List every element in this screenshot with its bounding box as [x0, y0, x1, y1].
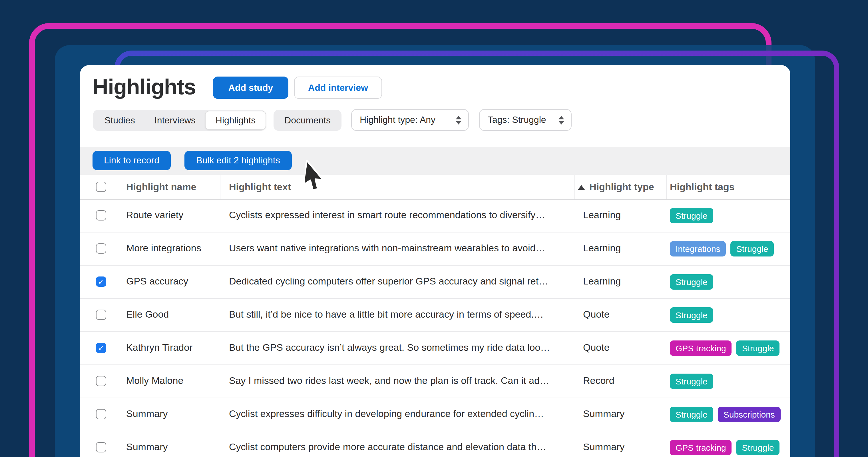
highlight-name: Kathryn Tirador — [126, 332, 192, 364]
tags-filter-label: Tags: Struggle — [488, 115, 546, 125]
bulk-actions-bar: Link to record Bulk edit 2 highlights — [80, 147, 790, 175]
page-title: Highlights — [93, 74, 196, 99]
tab-studies[interactable]: Studies — [95, 112, 145, 129]
highlight-type: Learning — [583, 200, 621, 231]
column-header-type[interactable]: Highlight type — [578, 175, 654, 200]
highlight-type-filter[interactable]: Highlight type: Any — [351, 109, 469, 131]
tab-interviews[interactable]: Interviews — [145, 112, 205, 129]
highlights-panel: Highlights Add study Add interview Studi… — [80, 65, 790, 457]
tag-gps-tracking[interactable]: GPS tracking — [670, 340, 732, 356]
tag-struggle[interactable]: Struggle — [670, 208, 713, 223]
highlight-type: Summary — [583, 398, 624, 430]
row-checkbox[interactable]: ✓ — [96, 243, 106, 254]
highlight-text: Dedicated cycling computers offer superi… — [229, 266, 569, 298]
tag-gps-tracking[interactable]: GPS tracking — [670, 439, 732, 455]
highlight-text: Say I missed two rides last week, and no… — [229, 365, 569, 397]
table-row[interactable]: ✓ Summary Cyclist computers provide more… — [80, 431, 790, 457]
column-header-tags[interactable]: Highlight tags — [670, 175, 735, 200]
highlight-text: Cyclist expresses difficulty in developi… — [229, 398, 569, 430]
highlight-name: Molly Malone — [126, 365, 183, 397]
highlight-text: Cyclists expressed interest in smart rou… — [229, 200, 569, 231]
highlight-name: Summary — [126, 398, 167, 430]
add-interview-button[interactable]: Add interview — [294, 77, 382, 99]
updown-chevron-icon — [558, 116, 564, 124]
highlight-tags: IntegrationsStruggle — [670, 233, 774, 265]
stage: Highlights Add study Add interview Studi… — [0, 0, 868, 457]
highlight-tags: Struggle — [670, 200, 713, 231]
table-row[interactable]: ✓ Elle Good But still, it’d be nice to h… — [80, 299, 790, 332]
row-checkbox[interactable]: ✓ — [96, 210, 106, 220]
checkmark-icon: ✓ — [98, 344, 104, 352]
tag-struggle[interactable]: Struggle — [670, 406, 713, 422]
table-header: ✓ Highlight name Highlight text Highligh… — [80, 175, 790, 200]
highlight-name: Elle Good — [126, 299, 169, 331]
table-body: ✓ Route variety Cyclists expressed inter… — [80, 200, 790, 457]
link-to-record-button[interactable]: Link to record — [93, 151, 171, 170]
highlight-name: GPS accuracy — [126, 266, 188, 298]
checkmark-icon: ✓ — [98, 278, 104, 285]
highlight-tags: Struggle — [670, 365, 713, 397]
highlight-name: More integrations — [126, 233, 201, 265]
highlight-name: Summary — [126, 431, 167, 457]
highlight-type: Summary — [583, 431, 624, 457]
highlight-tags: Struggle — [670, 299, 713, 331]
highlight-text: Cyclist computers provide more accurate … — [229, 431, 569, 457]
highlight-type: Quote — [583, 332, 610, 364]
tag-struggle[interactable]: Struggle — [670, 274, 713, 290]
select-all-checkbox[interactable]: ✓ — [96, 182, 106, 192]
highlight-type: Record — [583, 365, 615, 397]
highlight-name: Route variety — [126, 200, 183, 231]
table-row[interactable]: ✓ Summary Cyclist expresses difficulty i… — [80, 398, 790, 431]
sort-asc-icon — [578, 185, 585, 189]
highlight-tags: GPS trackingStruggle — [670, 332, 780, 364]
add-study-button[interactable]: Add study — [213, 77, 288, 99]
mouse-cursor-icon — [305, 158, 326, 192]
row-checkbox[interactable]: ✓ — [96, 376, 106, 386]
row-checkbox[interactable]: ✓ — [96, 310, 106, 320]
highlight-tags: GPS trackingStruggle — [670, 431, 780, 457]
highlight-text: Users want native integrations with non-… — [229, 233, 569, 265]
tab-highlights[interactable]: Highlights — [205, 111, 266, 130]
tag-integrations[interactable]: Integrations — [670, 241, 726, 256]
row-checkbox[interactable]: ✓ — [96, 409, 106, 419]
row-checkbox[interactable]: ✓ — [96, 442, 106, 452]
table-row[interactable]: ✓ More integrations Users want native in… — [80, 233, 790, 266]
tag-struggle[interactable]: Struggle — [670, 373, 713, 389]
highlight-type: Learning — [583, 266, 621, 298]
table-row[interactable]: ✓ Molly Malone Say I missed two rides la… — [80, 365, 790, 398]
tag-struggle[interactable]: Struggle — [736, 340, 780, 356]
column-header-text[interactable]: Highlight text — [229, 175, 291, 200]
tab-group: StudiesInterviewsHighlights — [93, 110, 266, 131]
tags-filter[interactable]: Tags: Struggle — [479, 109, 571, 131]
tag-struggle[interactable]: Struggle — [670, 307, 713, 323]
bulk-edit-button[interactable]: Bulk edit 2 highlights — [184, 151, 292, 170]
row-checkbox[interactable]: ✓ — [96, 276, 106, 287]
highlight-type-filter-label: Highlight type: Any — [360, 115, 435, 125]
highlight-tags: StruggleSubscriptions — [670, 398, 781, 430]
highlight-tags: Struggle — [670, 266, 713, 298]
tag-struggle[interactable]: Struggle — [731, 241, 774, 256]
column-header-name[interactable]: Highlight name — [126, 175, 196, 200]
table-row[interactable]: ✓ GPS accuracy Dedicated cycling compute… — [80, 266, 790, 299]
highlight-text: But the GPS accuracy isn’t always great.… — [229, 332, 569, 364]
tab-documents[interactable]: Documents — [274, 110, 341, 131]
table-row[interactable]: ✓ Route variety Cyclists expressed inter… — [80, 200, 790, 233]
highlight-type: Learning — [583, 233, 621, 265]
row-checkbox[interactable]: ✓ — [96, 343, 106, 353]
highlight-text: But still, it’d be nice to have a little… — [229, 299, 569, 331]
updown-chevron-icon — [456, 116, 461, 124]
highlight-type: Quote — [583, 299, 610, 331]
table-row[interactable]: ✓ Kathryn Tirador But the GPS accuracy i… — [80, 332, 790, 365]
tag-struggle[interactable]: Struggle — [736, 439, 780, 455]
tag-subscriptions[interactable]: Subscriptions — [718, 406, 781, 422]
